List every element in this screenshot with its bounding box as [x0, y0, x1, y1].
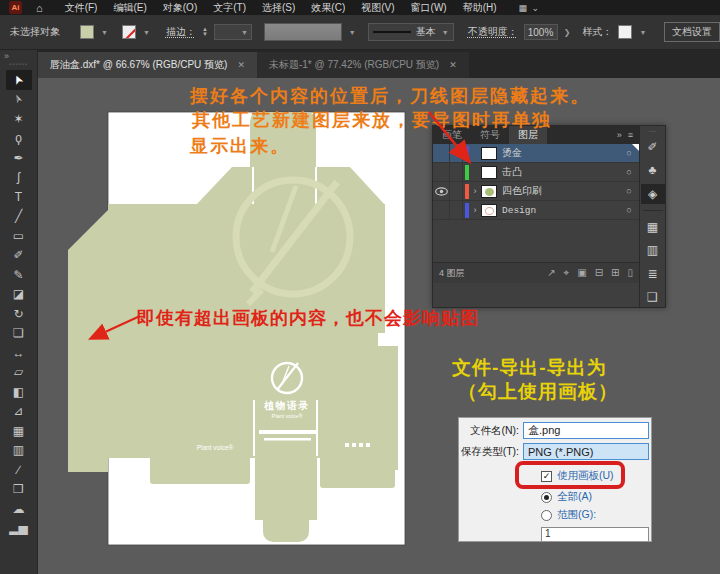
- tool-magic-wand[interactable]: ✶: [6, 109, 32, 129]
- tool-symbol-sprayer[interactable]: ☁: [6, 499, 32, 519]
- layer-row-design[interactable]: › Design ○: [433, 201, 639, 220]
- opacity-label[interactable]: 不透明度：: [468, 25, 518, 39]
- panel-tab-symbols[interactable]: 符号: [471, 126, 509, 144]
- chevron-down-icon[interactable]: ▼: [101, 29, 108, 36]
- all-artboards-label[interactable]: 全部(A): [557, 490, 592, 504]
- lock-toggle[interactable]: [450, 163, 463, 181]
- layer-name[interactable]: 四色印刷: [502, 184, 619, 198]
- visibility-toggle[interactable]: [433, 144, 450, 162]
- tool-lasso[interactable]: ϙ: [6, 129, 32, 149]
- filename-input[interactable]: 盒.png: [523, 422, 649, 439]
- workspace-switcher-icon[interactable]: ▦ ⌄: [519, 3, 541, 13]
- stroke-weight-label[interactable]: 描边：: [166, 25, 196, 39]
- collect-for-export-icon[interactable]: ↗: [547, 267, 555, 279]
- tool-gradient[interactable]: ▥: [6, 441, 32, 461]
- delete-layer-icon[interactable]: ▯: [627, 267, 633, 279]
- target-circle-icon[interactable]: ○: [619, 186, 639, 196]
- lock-toggle[interactable]: [450, 144, 463, 162]
- tool-mesh[interactable]: ▦: [6, 421, 32, 441]
- panel-menu-icon[interactable]: ≡: [628, 130, 633, 140]
- transform-panel-icon[interactable]: ❑: [641, 287, 665, 307]
- tool-curvature[interactable]: ʃ: [6, 168, 32, 188]
- brushes-panel-icon[interactable]: ✐: [641, 137, 665, 157]
- new-sublayer-icon[interactable]: ⊟: [595, 267, 603, 279]
- fill-color-swatch[interactable]: [80, 25, 94, 39]
- panel-tab-layers[interactable]: 图层: [509, 126, 547, 144]
- menu-type[interactable]: 文字(T): [205, 1, 254, 15]
- expand-toggle[interactable]: ›: [469, 205, 481, 215]
- document-setup-button[interactable]: 文档设置: [664, 22, 720, 42]
- tab-document-1[interactable]: 唇油盒.dxf* @ 66.67% (RGB/CPU 预览) ✕: [38, 52, 257, 78]
- tool-eyedropper[interactable]: ∕: [6, 460, 32, 480]
- app-logo-icon[interactable]: Ai: [9, 1, 22, 14]
- target-circle-icon[interactable]: ○: [619, 167, 639, 177]
- toolbar-grip[interactable]: ▪▪▪▪▪▪: [9, 62, 28, 66]
- panel-collapse-icon[interactable]: »: [617, 130, 622, 140]
- panel-tab-brushes[interactable]: 画笔: [433, 126, 471, 144]
- locate-object-icon[interactable]: ⌖: [564, 267, 570, 279]
- tool-shape-builder[interactable]: ◧: [6, 382, 32, 402]
- range-input[interactable]: 1: [541, 527, 649, 542]
- stroke-weight-stepper[interactable]: ▲▼: [202, 27, 208, 37]
- menu-help[interactable]: 帮助(H): [455, 1, 505, 15]
- opacity-input[interactable]: 100%: [524, 24, 558, 40]
- tool-column-graph[interactable]: ▂▅: [6, 519, 32, 539]
- expand-toggle[interactable]: ›: [469, 186, 481, 196]
- tool-direct-selection[interactable]: ➢: [6, 90, 32, 110]
- align-panel-icon[interactable]: ≣: [641, 264, 665, 284]
- dock-grip[interactable]: ▪▪▪▪: [649, 129, 656, 133]
- layer-name[interactable]: 击凸: [502, 165, 619, 179]
- visibility-toggle[interactable]: [433, 201, 450, 219]
- stroke-style-select[interactable]: 基本 ▼: [368, 23, 454, 41]
- tool-paintbrush[interactable]: ✐: [6, 246, 32, 266]
- menu-edit[interactable]: 编辑(E): [105, 1, 154, 15]
- home-icon[interactable]: ⌂: [36, 2, 43, 14]
- all-artboards-radio[interactable]: [541, 492, 552, 503]
- tool-perspective-grid[interactable]: ⊿: [6, 402, 32, 422]
- tool-pencil[interactable]: ✎: [6, 265, 32, 285]
- target-circle-icon[interactable]: ○: [619, 205, 639, 215]
- use-artboards-checkbox[interactable]: ✓: [541, 471, 552, 482]
- chevron-down-icon[interactable]: ▼: [143, 29, 150, 36]
- graphic-style-swatch[interactable]: [618, 25, 632, 39]
- tool-blend[interactable]: ❒: [6, 480, 32, 500]
- visibility-toggle[interactable]: [433, 182, 450, 200]
- tool-line-segment[interactable]: ╱: [6, 207, 32, 227]
- menu-object[interactable]: 对象(O): [155, 1, 205, 15]
- brush-definition-select[interactable]: [264, 23, 342, 41]
- tool-rotate[interactable]: ↻: [6, 304, 32, 324]
- layer-row-tangjin[interactable]: 烫金 ○: [433, 144, 639, 163]
- tool-pen[interactable]: ✒: [6, 148, 32, 168]
- close-icon[interactable]: ✕: [449, 60, 457, 70]
- new-layer-icon[interactable]: ⊞: [611, 267, 619, 279]
- layer-name[interactable]: Design: [502, 205, 619, 216]
- menu-select[interactable]: 选择(S): [254, 1, 303, 15]
- visibility-toggle[interactable]: [433, 163, 450, 181]
- layers-panel-icon[interactable]: ◈: [641, 184, 665, 204]
- swatches-panel-icon[interactable]: ▦: [641, 217, 665, 237]
- layer-row-sise-yinshua[interactable]: › 四色印刷 ○: [433, 182, 639, 201]
- stroke-weight-select[interactable]: ▼: [214, 24, 252, 40]
- tool-eraser[interactable]: ◪: [6, 285, 32, 305]
- range-label[interactable]: 范围(G):: [557, 508, 596, 522]
- gradient-panel-icon[interactable]: ▥: [641, 240, 665, 260]
- tool-rectangle[interactable]: ▭: [6, 226, 32, 246]
- close-icon[interactable]: ✕: [237, 60, 245, 70]
- lock-toggle[interactable]: [450, 201, 463, 219]
- layer-name[interactable]: 烫金: [502, 146, 619, 160]
- chevron-down-icon[interactable]: ▼: [639, 29, 646, 36]
- save-type-select[interactable]: PNG (*.PNG): [523, 443, 649, 460]
- menu-effect[interactable]: 效果(C): [303, 1, 353, 15]
- tool-selection[interactable]: ➤: [6, 70, 32, 90]
- make-mask-icon[interactable]: ▣: [577, 267, 586, 279]
- menu-file[interactable]: 文件(F): [57, 1, 106, 15]
- range-radio[interactable]: [541, 510, 552, 521]
- lock-toggle[interactable]: [450, 182, 463, 200]
- menu-window[interactable]: 窗口(W): [403, 1, 455, 15]
- tool-scale[interactable]: ❏: [6, 324, 32, 344]
- tool-width[interactable]: ↔: [6, 343, 32, 363]
- tool-free-transform[interactable]: ▱: [6, 363, 32, 383]
- chevron-down-icon[interactable]: ▼: [349, 29, 356, 36]
- stroke-color-swatch[interactable]: [122, 25, 136, 39]
- use-artboards-label[interactable]: 使用画板(U): [557, 469, 614, 483]
